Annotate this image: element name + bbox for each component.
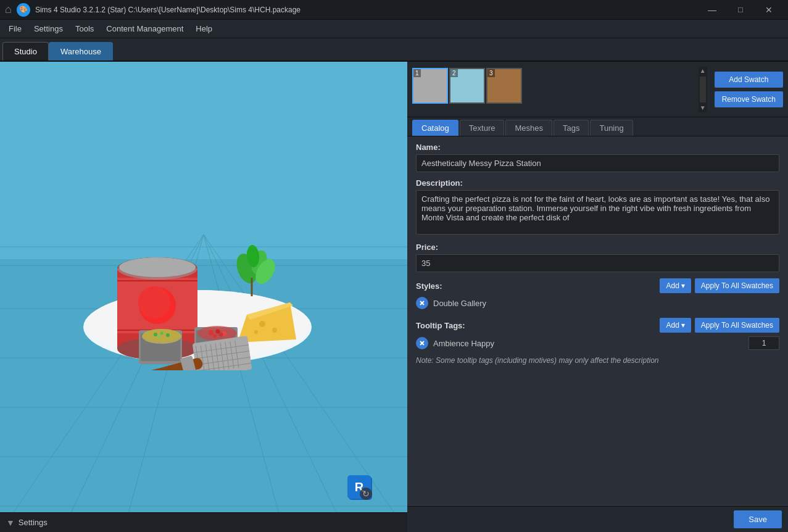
swatch-3[interactable]: 3 [486,68,522,104]
swatch-scrollbar: ▲ ▼ [699,67,707,112]
swatch-3-num: 3 [487,69,495,77]
scroll-track [700,77,706,102]
r-badge: R ↻ [347,475,373,501]
menu-settings[interactable]: Settings [28,22,69,36]
svg-point-44 [216,330,220,334]
tooltip-dropdown-arrow-icon: ▾ [681,321,685,330]
save-area: Save [407,506,788,532]
cat-tab-catalog[interactable]: Catalog [412,120,458,136]
svg-point-38 [166,333,170,337]
form-area: Name: Description: Crafting the perfect … [407,136,788,506]
add-swatch-button[interactable]: Add Swatch [715,72,783,88]
palette-icon: 🎨 [17,3,30,17]
maximize-button[interactable]: □ [726,0,755,20]
swatch-2-num: 2 [450,69,458,77]
menu-file[interactable]: File [2,22,28,36]
home-icon[interactable]: ⌂ [5,3,12,16]
svg-point-47 [219,333,223,337]
svg-point-37 [160,332,164,335]
tooltip-value-input[interactable] [749,336,779,350]
minimize-button[interactable]: — [698,0,726,20]
svg-text:↻: ↻ [362,489,370,499]
tooltip-note: Note: Some tooltip tags (including motiv… [416,356,779,365]
svg-point-43 [209,330,214,335]
scroll-down-arrow[interactable]: ▼ [700,104,706,112]
tooltip-apply-button[interactable]: Apply To All Swatches [695,318,779,333]
svg-point-46 [213,334,217,338]
tooltip-add-button[interactable]: Add ▾ [660,318,691,333]
name-group: Name: [416,143,779,172]
cat-tab-tuning[interactable]: Tuning [590,120,632,136]
style-item-double-gallery: Double Gallery [416,297,779,309]
price-input[interactable] [416,254,779,272]
svg-point-25 [119,257,196,277]
price-label: Price: [416,243,779,252]
cat-tab-tags[interactable]: Tags [554,120,589,136]
swatch-2[interactable]: 2 [449,68,485,104]
description-label: Description: [416,178,779,188]
swatches-area: 1 2 3 ▲ ▼ Add Swatch Remove Swatch [407,62,788,117]
cat-tab-meshes[interactable]: Meshes [505,120,552,136]
name-input[interactable] [416,154,779,172]
tab-studio[interactable]: Studio [2,42,49,60]
styles-header: Styles: Add ▾ Apply To All Swatches [416,278,779,293]
tooltip-tags-label: Tooltip Tags: [416,321,656,330]
menu-content-management[interactable]: Content Management [100,22,189,36]
tabbar: Studio Warehouse [0,38,788,62]
svg-point-50 [259,321,265,327]
tab-warehouse[interactable]: Warehouse [49,42,113,60]
titlebar: ⌂ 🎨 Sims 4 Studio 3.2.1.2 (Star) C:\User… [0,0,788,20]
svg-point-35 [143,329,180,341]
swatch-buttons: Add Swatch Remove Swatch [715,72,783,107]
description-input[interactable]: Crafting the perfect pizza is not for th… [416,190,779,235]
svg-point-51 [272,328,277,333]
svg-point-52 [254,330,258,334]
settings-bar: ▼ Settings [0,512,407,532]
price-group: Price: [416,243,779,272]
scroll-up-arrow[interactable]: ▲ [700,67,706,75]
styles-add-button[interactable]: Add ▾ [660,278,691,293]
svg-point-39 [157,335,160,338]
cat-tab-texture[interactable]: Texture [460,120,505,136]
svg-point-21 [138,286,170,318]
svg-point-36 [154,333,157,336]
styles-apply-button[interactable]: Apply To All Swatches [695,278,779,293]
tooltip-item-name: Ambience Happy [433,339,744,348]
main-content: R ↻ ▼ Settings 1 2 3 [0,62,788,532]
style-name: Double Gallery [433,299,779,308]
description-group: Description: Crafting the perfect pizza … [416,178,779,236]
dropdown-arrow-icon: ▾ [681,281,685,290]
styles-label: Styles: [416,281,656,291]
swatch-list: 1 2 3 [412,68,695,111]
tooltip-remove-button[interactable] [416,337,428,349]
catalog-tabs: Catalog Texture Meshes Tags Tuning [407,117,788,136]
style-remove-button[interactable] [416,297,428,309]
close-button[interactable]: ✕ [755,0,783,20]
window-controls: — □ ✕ [698,0,783,20]
tooltip-tags-header: Tooltip Tags: Add ▾ Apply To All Swatche… [416,318,779,333]
menu-help[interactable]: Help [189,22,218,36]
name-label: Name: [416,143,779,152]
settings-label: Settings [19,518,48,527]
title-text: Sims 4 Studio 3.2.1.2 (Star) C:\Users\[U… [35,6,693,14]
scene-objects [62,148,339,370]
save-button[interactable]: Save [734,510,782,528]
remove-swatch-button[interactable]: Remove Swatch [715,91,783,107]
swatch-1-num: 1 [413,69,421,77]
menubar: File Settings Tools Content Management H… [0,20,788,38]
settings-chevron-icon[interactable]: ▼ [6,518,15,528]
menu-tools[interactable]: Tools [69,22,100,36]
tooltip-item-ambience: Ambience Happy [416,336,779,350]
viewport-panel: R ↻ ▼ Settings [0,62,407,532]
right-panel: 1 2 3 ▲ ▼ Add Swatch Remove Swatch [407,62,788,532]
swatch-1[interactable]: 1 [412,68,448,104]
